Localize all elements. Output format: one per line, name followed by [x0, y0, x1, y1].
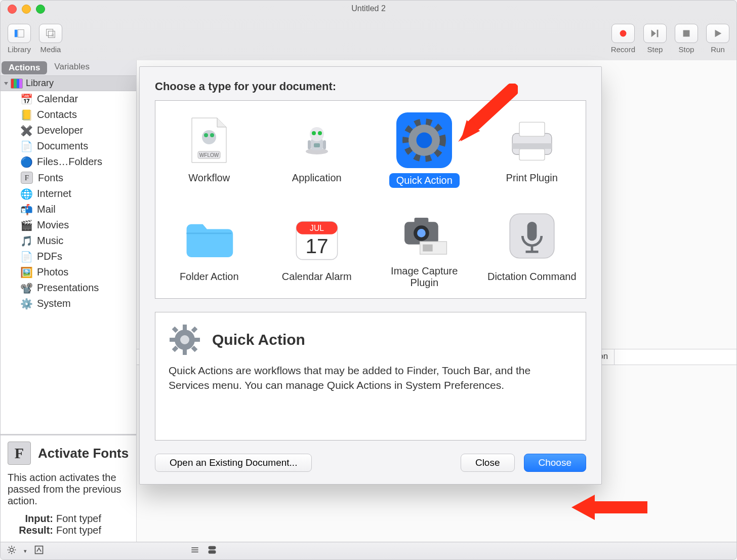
detail-description: This action activates the passed from th… [8, 472, 129, 507]
close-window-button[interactable] [8, 5, 17, 14]
step-icon [643, 24, 667, 43]
sidebar-item-system[interactable]: ⚙️System [1, 296, 136, 311]
svg-rect-34 [519, 149, 545, 160]
actions-tab[interactable]: Actions [2, 61, 47, 74]
presentations-icon: 📽️ [21, 283, 32, 294]
record-button[interactable]: Record [611, 24, 635, 54]
category-list[interactable]: 📅Calendar📒Contacts✖️Developer📄Documents🔵… [1, 91, 136, 434]
svg-point-16 [204, 133, 208, 137]
svg-text:17: 17 [305, 234, 328, 258]
sidebar-item-label: Mail [37, 204, 56, 215]
sidebar-item-music[interactable]: 🎵Music [1, 233, 136, 249]
choose-button[interactable]: Choose [524, 454, 587, 472]
svg-rect-54 [170, 338, 176, 342]
svg-point-5 [620, 30, 626, 36]
photos-icon: 🖼️ [21, 267, 32, 278]
record-icon [611, 24, 635, 43]
flow-view-icon[interactable] [207, 545, 217, 557]
svg-rect-14 [209, 551, 215, 553]
window-title: Untitled 2 [351, 4, 386, 13]
svg-point-17 [210, 133, 214, 137]
type-image-capture-plugin[interactable]: Image Capture Plugin [371, 199, 478, 298]
sidebar-item-label: Internet [37, 188, 71, 199]
sidebar-item-documents[interactable]: 📄Documents [1, 138, 136, 154]
svg-text:WFLOW: WFLOW [199, 152, 219, 158]
dictation-icon [507, 214, 557, 264]
sidebar-tabs: Actions Variables [1, 60, 136, 75]
svg-rect-33 [519, 122, 545, 136]
gear-menu-icon[interactable] [7, 545, 17, 557]
sidebar-item-movies[interactable]: 🎬Movies [1, 217, 136, 233]
type-folder-action[interactable]: Folder Action [155, 199, 263, 298]
svg-rect-6 [657, 29, 659, 37]
minimize-window-button[interactable] [22, 5, 31, 14]
detail-title: Activate Fonts [38, 446, 129, 461]
dialog-heading: Choose a type for your document: [155, 80, 586, 93]
sidebar-item-internet[interactable]: 🌐Internet [1, 186, 136, 202]
bottombar: ▾ [1, 542, 736, 559]
svg-rect-45 [423, 245, 432, 252]
variables-tab[interactable]: Variables [47, 60, 97, 75]
finder-icon: 🔵 [21, 156, 32, 168]
automator-window: Untitled 2 Library ♫ Media Record Step [0, 0, 737, 560]
svg-rect-7 [683, 30, 690, 36]
sidebar-item-presentations[interactable]: 📽️Presentations [1, 280, 136, 296]
sidebar-item-label: Music [37, 235, 63, 247]
sidebar-item-files-folders[interactable]: 🔵Files…Folders [1, 154, 136, 170]
svg-marker-61 [571, 495, 595, 520]
open-existing-button[interactable]: Open an Existing Document... [155, 454, 312, 472]
library-sidebar: Actions Variables Library 📅Calendar📒Cont… [1, 60, 137, 542]
dialog-info: Quick Action Quick Actions are workflows… [155, 312, 586, 441]
zoom-window-button[interactable] [36, 5, 45, 14]
titlebar: Untitled 2 [1, 1, 736, 17]
description-toggle-icon[interactable] [34, 545, 44, 557]
sidebar-item-pdfs[interactable]: 📄PDFs [1, 249, 136, 264]
movies-icon: 🎬 [21, 220, 32, 231]
sidebar-item-calendar[interactable]: 📅Calendar [1, 91, 136, 107]
sidebar-item-photos[interactable]: 🖼️Photos [1, 264, 136, 280]
library-icon [8, 24, 31, 43]
sidebar-item-label: Fonts [38, 172, 63, 184]
type-dictation-command[interactable]: Dictation Command [478, 199, 586, 298]
calendar-alarm-icon: JUL17 [292, 214, 342, 264]
type-application[interactable]: Application [263, 101, 371, 199]
svg-point-31 [417, 133, 432, 148]
sidebar-item-mail[interactable]: 📬Mail [1, 202, 136, 217]
documents-icon: 📄 [21, 141, 32, 152]
svg-rect-47 [527, 222, 537, 241]
svg-rect-9 [35, 546, 43, 554]
dialog-info-body: Quick Actions are workflows that may be … [169, 363, 572, 393]
developer-icon: ✖️ [21, 125, 32, 136]
media-button[interactable]: ♫ Media [39, 24, 62, 54]
stop-button[interactable]: Stop [675, 24, 698, 54]
svg-point-23 [312, 131, 316, 135]
run-button[interactable]: Run [706, 24, 729, 54]
fonts-icon: F [21, 172, 33, 184]
list-view-icon[interactable] [190, 545, 200, 557]
svg-rect-55 [194, 338, 200, 342]
gear-icon [169, 324, 201, 356]
disclosure-triangle-icon[interactable] [4, 82, 8, 85]
sidebar-item-developer[interactable]: ✖️Developer [1, 123, 136, 138]
svg-point-42 [417, 229, 426, 237]
application-icon [292, 115, 342, 166]
step-button[interactable]: Step [643, 24, 667, 54]
sidebar-item-contacts[interactable]: 📒Contacts [1, 107, 136, 123]
dialog-info-title: Quick Action [212, 331, 305, 348]
quick-action-icon [396, 112, 452, 168]
type-calendar-alarm[interactable]: JUL17 Calendar Alarm [263, 199, 371, 298]
close-button[interactable]: Close [461, 454, 515, 472]
type-workflow[interactable]: WFLOW Workflow [155, 101, 263, 199]
svg-rect-53 [183, 349, 187, 355]
chevron-down-icon[interactable]: ▾ [24, 548, 27, 554]
music-icon: 🎵 [21, 235, 32, 247]
fonts-icon: F [8, 442, 31, 465]
library-button[interactable]: Library [8, 24, 31, 54]
svg-rect-35 [512, 143, 552, 149]
svg-point-51 [180, 335, 189, 344]
sidebar-item-label: Files…Folders [37, 156, 102, 168]
workflow-icon: WFLOW [184, 115, 234, 166]
sidebar-item-fonts[interactable]: FFonts [1, 170, 136, 186]
library-header[interactable]: Library [1, 75, 136, 91]
action-detail: F Activate Fonts This action activates t… [1, 434, 136, 542]
